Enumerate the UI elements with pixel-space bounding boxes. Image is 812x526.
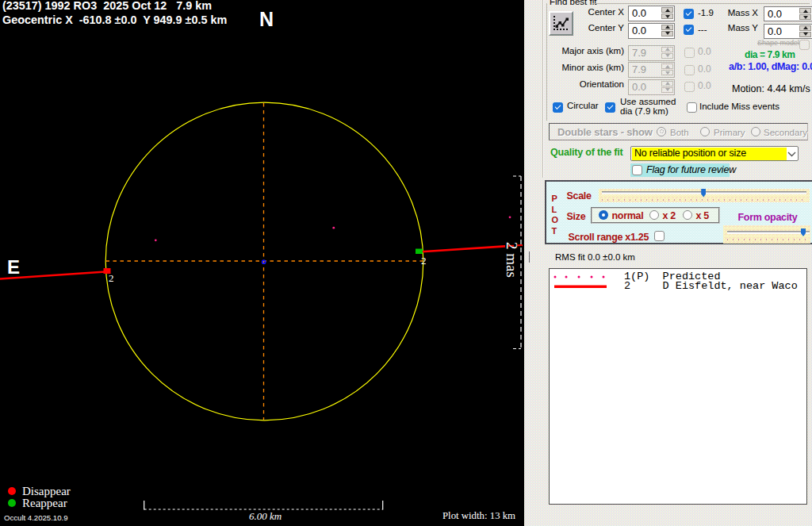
svg-text:2: 2 bbox=[109, 272, 114, 284]
svg-text:2 mas: 2 mas bbox=[504, 242, 520, 278]
svg-text:2: 2 bbox=[421, 255, 427, 267]
